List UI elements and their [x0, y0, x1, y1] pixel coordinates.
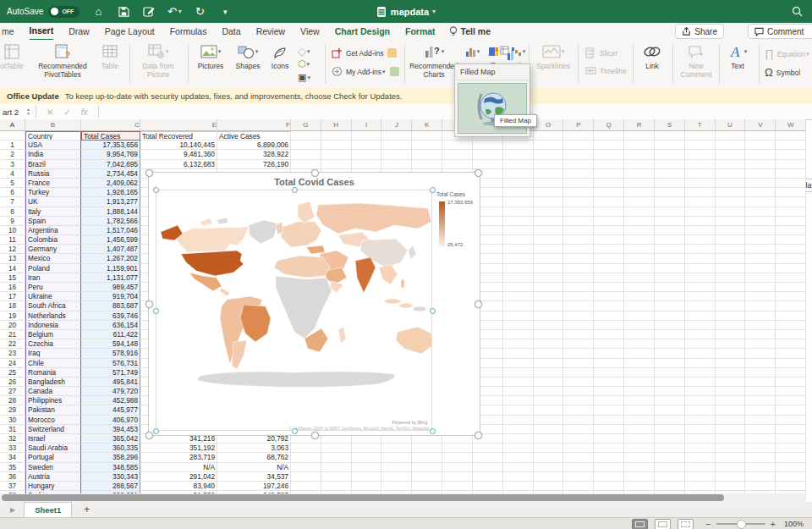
cell-cases[interactable]: 365,042 — [81, 434, 140, 444]
cell-empty[interactable] — [624, 217, 655, 226]
cell-empty[interactable] — [655, 283, 685, 292]
cell-empty[interactable] — [685, 217, 716, 226]
cell-empty[interactable] — [776, 226, 806, 235]
cell-empty[interactable] — [655, 131, 685, 141]
icons-button[interactable]: Icons — [266, 42, 294, 71]
cell-empty[interactable] — [503, 217, 534, 226]
cell-empty[interactable] — [563, 264, 594, 273]
cell-empty[interactable] — [563, 179, 594, 188]
recommended-pivottables-button[interactable]: ? Recommended PivotTables — [30, 42, 95, 79]
resize-handle[interactable] — [475, 300, 482, 308]
cell-empty[interactable] — [685, 434, 716, 444]
cell-empty[interactable] — [745, 235, 776, 245]
cell-empty[interactable] — [624, 444, 655, 453]
cell-empty[interactable] — [352, 472, 382, 482]
cell-empty[interactable] — [534, 207, 564, 217]
cell-empty[interactable] — [594, 377, 624, 387]
title-chevron-icon[interactable]: ▾ — [432, 8, 436, 15]
column-header[interactable]: A — [0, 119, 25, 131]
cell-empty[interactable] — [412, 444, 442, 453]
cell-empty[interactable] — [716, 226, 746, 235]
cell-empty[interactable] — [745, 387, 776, 396]
cell-empty[interactable] — [412, 150, 442, 159]
cell-empty[interactable] — [503, 368, 534, 377]
cell-empty[interactable] — [381, 453, 412, 462]
cell-empty[interactable] — [745, 245, 776, 254]
cell-cases[interactable]: 639,746 — [81, 311, 140, 321]
cell-empty[interactable] — [716, 264, 746, 273]
cell-empty[interactable] — [776, 425, 806, 434]
map-chart[interactable]: Total Covid Cases — [148, 172, 480, 436]
cell-country[interactable]: Russia — [25, 169, 81, 179]
cell-cases[interactable]: 919,704 — [81, 292, 140, 301]
cell-empty[interactable] — [745, 217, 776, 226]
resize-handle[interactable] — [311, 432, 319, 439]
cell-empty[interactable] — [291, 444, 321, 453]
column-header[interactable]: O — [534, 119, 564, 131]
cell-empty[interactable] — [685, 179, 716, 188]
cell-empty[interactable] — [685, 292, 716, 301]
cell-empty[interactable] — [685, 472, 716, 482]
cell-empty[interactable] — [776, 387, 806, 396]
tab-draw[interactable]: Draw — [69, 23, 90, 40]
cell-empty[interactable] — [563, 482, 594, 491]
cell-empty[interactable] — [776, 197, 806, 207]
cell-empty[interactable] — [534, 387, 564, 396]
cell-empty[interactable] — [776, 482, 806, 491]
pivottable-button[interactable]: otTable — [0, 42, 29, 71]
cell-empty[interactable] — [503, 311, 534, 321]
cell-empty[interactable] — [776, 245, 806, 254]
cell-empty[interactable] — [624, 396, 655, 405]
cancel-icon[interactable]: ✕ — [47, 107, 53, 117]
cell-empty[interactable] — [503, 434, 534, 444]
cell-empty[interactable] — [563, 377, 594, 387]
cell-cases[interactable]: 636,154 — [81, 321, 140, 330]
cell-empty[interactable] — [624, 359, 655, 368]
cell-index[interactable]: 16 — [0, 283, 25, 292]
cell-empty[interactable] — [776, 434, 806, 444]
cell-empty[interactable] — [745, 188, 776, 197]
cell-empty[interactable] — [412, 131, 442, 141]
cell-empty[interactable] — [685, 368, 716, 377]
resize-handle[interactable] — [311, 169, 319, 177]
cell-empty[interactable] — [503, 463, 534, 472]
cell-empty[interactable] — [594, 434, 624, 444]
save-icon[interactable] — [117, 5, 130, 19]
cell-recovered-header[interactable]: Total Recovered — [140, 131, 217, 141]
cell-empty[interactable] — [655, 245, 685, 254]
cell-empty[interactable] — [776, 444, 806, 453]
cell-empty[interactable] — [534, 169, 564, 179]
cell-empty[interactable] — [503, 197, 534, 207]
normal-view-button[interactable] — [632, 519, 648, 529]
cell-empty[interactable] — [291, 141, 321, 150]
cell-empty[interactable] — [716, 416, 746, 425]
cell-empty[interactable] — [716, 188, 746, 197]
cell-index[interactable]: 12 — [0, 245, 25, 254]
tab-view[interactable]: View — [300, 23, 320, 40]
cell-empty[interactable] — [776, 188, 806, 197]
name-box[interactable]: art 2 — [0, 107, 25, 117]
cell-index[interactable]: 34 — [0, 453, 25, 462]
tab-insert[interactable]: Insert — [30, 22, 54, 41]
cell-empty[interactable] — [745, 131, 776, 141]
cell-empty[interactable] — [716, 425, 746, 434]
column-header[interactable]: J — [381, 119, 412, 131]
cell-empty[interactable] — [655, 301, 685, 311]
cell-empty[interactable] — [685, 463, 716, 472]
resize-handle[interactable] — [145, 169, 153, 177]
cell-active[interactable]: N/A — [217, 463, 291, 472]
column-header[interactable]: V — [745, 119, 776, 131]
cell-empty[interactable] — [352, 150, 382, 159]
cell-empty[interactable] — [503, 416, 534, 425]
cell-empty[interactable] — [716, 254, 746, 263]
cell-empty[interactable] — [503, 264, 534, 273]
cell-empty[interactable] — [716, 301, 746, 311]
slicer-button[interactable]: Slicer — [585, 47, 617, 58]
cell-empty[interactable] — [716, 207, 746, 217]
cell-empty[interactable] — [685, 405, 716, 415]
cell-empty[interactable] — [503, 179, 534, 188]
cell-index[interactable]: 3 — [0, 160, 25, 169]
cell-empty[interactable] — [503, 396, 534, 405]
cell-cases[interactable]: 1,782,566 — [81, 217, 140, 226]
cell-empty[interactable] — [776, 273, 806, 283]
